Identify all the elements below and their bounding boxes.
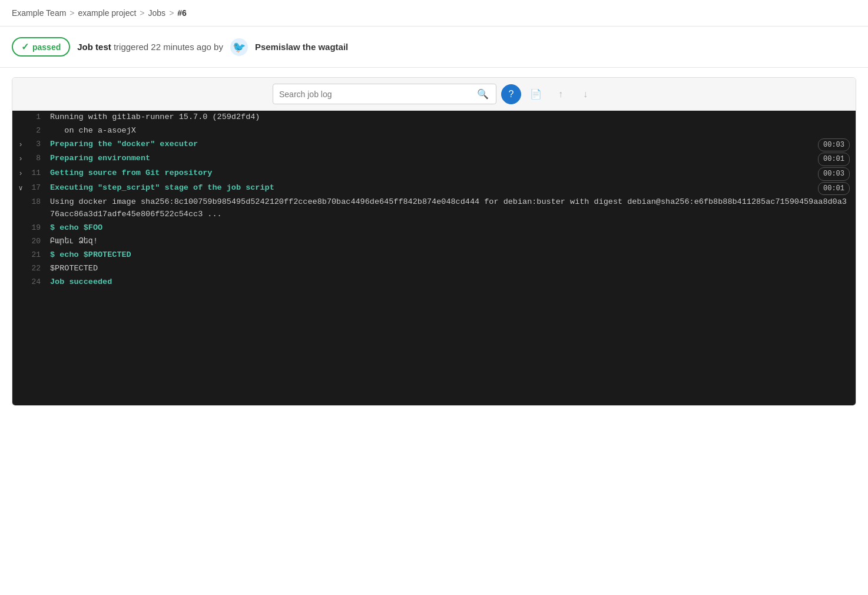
avatar: 🐦 — [230, 38, 248, 56]
line-content: $PROTECTED — [50, 263, 850, 275]
line-number: 2 — [29, 125, 50, 137]
line-toggle — [12, 236, 29, 237]
breadcrumb-sep2: > — [140, 8, 144, 18]
raw-log-button[interactable]: 📄 — [526, 84, 546, 104]
line-content: Preparing environment — [50, 153, 809, 165]
line-content: Getting source from Git repository — [50, 167, 809, 180]
log-line: 21$ echo $PROTECTED — [12, 249, 856, 262]
log-line: 24Job succeeded — [12, 276, 856, 289]
badge-label: passed — [32, 42, 61, 52]
search-button[interactable]: 🔍 — [476, 87, 490, 101]
line-duration: 00:01 — [814, 182, 850, 196]
log-line: 1Running with gitlab-runner 15.7.0 (259d… — [12, 111, 856, 124]
line-toggle[interactable]: › — [12, 153, 29, 165]
breadcrumb-sep1: > — [69, 8, 74, 18]
log-line: ›8Preparing environment00:01 — [12, 152, 856, 167]
log-line: ∨17Executing "step_script" stage of the … — [12, 181, 856, 196]
user-name: Psemislaw the wagtail — [255, 42, 348, 52]
breadcrumb-project[interactable]: example project — [78, 8, 137, 18]
breadcrumb-team[interactable]: Example Team — [12, 8, 66, 18]
line-content: $ echo $FOO — [50, 222, 850, 234]
job-info: Job test triggered 22 minutes ago by — [77, 42, 223, 52]
log-container: 🔍 ? 📄 ↑ ↓ 1Running with gitlab-runner 15… — [12, 77, 856, 406]
line-number: 1 — [29, 111, 50, 123]
line-content: Job succeeded — [50, 276, 850, 289]
search-input[interactable] — [279, 90, 471, 99]
line-toggle — [12, 111, 29, 113]
line-number: 8 — [29, 153, 50, 164]
line-toggle — [12, 263, 29, 264]
line-toggle — [12, 196, 29, 197]
raw-log-icon: 📄 — [530, 88, 542, 100]
log-line: 2 on che a-asoejX — [12, 124, 856, 138]
line-content: on che a-asoejX — [50, 125, 850, 137]
line-number: 20 — [29, 236, 50, 247]
scroll-down-button[interactable]: ↓ — [575, 84, 595, 104]
trigger-text: triggered 22 minutes ago by — [114, 42, 223, 52]
line-toggle — [12, 249, 29, 250]
line-toggle — [12, 276, 29, 277]
line-number: 22 — [29, 263, 50, 275]
search-wrapper: 🔍 — [273, 84, 496, 104]
line-content: Using docker image sha256:8c100759b98549… — [50, 196, 850, 221]
line-number: 11 — [29, 167, 50, 179]
line-toggle — [12, 125, 29, 126]
log-line: 20Բարեւ Ձեզ! — [12, 235, 856, 249]
scroll-up-button[interactable]: ↑ — [551, 84, 571, 104]
job-header: ✓ passed Job test triggered 22 minutes a… — [0, 27, 868, 68]
log-body: 1Running with gitlab-runner 15.7.0 (259d… — [12, 111, 856, 405]
breadcrumb-current: #6 — [177, 8, 187, 18]
log-line: ›11Getting source from Git repository00:… — [12, 167, 856, 181]
line-duration: 00:03 — [814, 138, 850, 152]
breadcrumb-sep3: > — [169, 8, 174, 18]
log-line: 19$ echo $FOO — [12, 222, 856, 235]
help-icon: ? — [509, 89, 514, 100]
line-content: $ echo $PROTECTED — [50, 249, 850, 262]
help-button[interactable]: ? — [501, 84, 521, 104]
line-number: 17 — [29, 182, 50, 194]
line-toggle — [12, 222, 29, 223]
log-line: ›3Preparing the "docker" executor00:03 — [12, 138, 856, 153]
line-content: Executing "step_script" stage of the job… — [50, 182, 809, 194]
line-content: Preparing the "docker" executor — [50, 138, 809, 151]
passed-badge: ✓ passed — [12, 37, 70, 57]
check-icon: ✓ — [21, 41, 29, 52]
log-line: 18Using docker image sha256:8c100759b985… — [12, 196, 856, 222]
line-toggle[interactable]: › — [12, 138, 29, 151]
line-number: 21 — [29, 249, 50, 261]
arrow-up-icon: ↑ — [558, 89, 563, 100]
line-duration: 00:03 — [814, 167, 850, 181]
line-duration: 00:01 — [814, 153, 850, 166]
log-toolbar: 🔍 ? 📄 ↑ ↓ — [12, 78, 856, 111]
line-number: 18 — [29, 196, 50, 208]
line-number: 19 — [29, 222, 50, 234]
line-toggle[interactable]: ∨ — [12, 182, 29, 194]
line-content: Running with gitlab-runner 15.7.0 (259d2… — [50, 111, 850, 124]
line-number: 3 — [29, 138, 50, 150]
job-name: Job test — [77, 42, 111, 52]
log-line: 22$PROTECTED — [12, 262, 856, 276]
line-toggle[interactable]: › — [12, 167, 29, 180]
arrow-down-icon: ↓ — [583, 89, 588, 100]
line-content: Բարեւ Ձեզ! — [50, 236, 850, 248]
line-number: 24 — [29, 276, 50, 288]
breadcrumb: Example Team > example project > Jobs > … — [0, 0, 868, 27]
breadcrumb-jobs[interactable]: Jobs — [148, 8, 166, 18]
